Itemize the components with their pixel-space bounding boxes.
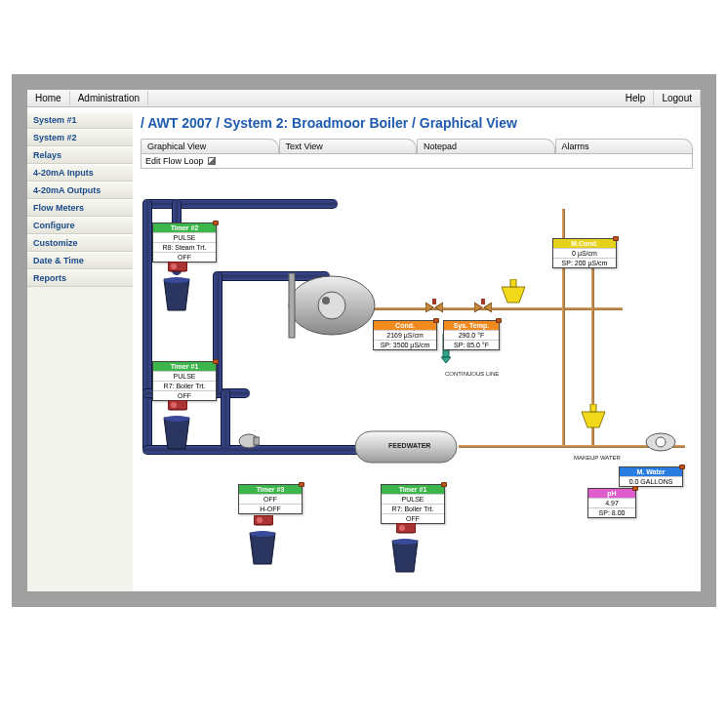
svg-point-2 [322, 297, 330, 304]
svg-marker-17 [484, 303, 492, 312]
continuous-line-label: CONTINUOUS LINE [445, 371, 499, 377]
tab-notepad[interactable]: Notepad [417, 139, 555, 153]
valve-icon [425, 299, 443, 316]
transfer-pump-icon [238, 433, 260, 449]
chemical-bucket-icon [248, 531, 277, 566]
svg-marker-8 [441, 357, 451, 363]
svg-point-30 [392, 539, 418, 545]
sidebar: System #1 System #2 Relays 4-20mA Inputs… [27, 111, 133, 591]
svg-rect-3 [289, 273, 295, 338]
mcond-readout[interactable]: M.Cond.0 µS/cmSP: 200 µS/cm [552, 238, 617, 268]
tab-text-view[interactable]: Text View [279, 139, 418, 153]
svg-rect-18 [481, 299, 485, 304]
timer1b-readout[interactable]: Timer #1PULSER7: Boiler Trt.OFF [381, 484, 445, 524]
svg-rect-15 [432, 299, 436, 304]
app-window: Home Administration Help Logout System #… [12, 74, 716, 607]
menu-help[interactable]: Help [618, 91, 655, 105]
cond-readout[interactable]: Cond.2169 µS/cmSP: 3500 µS/cm [373, 320, 437, 350]
sidebar-item-system2[interactable]: System #2 [27, 129, 133, 146]
flow-diagram: FEEDWATER CONTINUOUS LINE MAKEUP WATER T… [133, 176, 701, 591]
chemical-bucket-icon [162, 277, 191, 312]
timer1-readout[interactable]: Timer #1PULSER7: Boiler Trt.OFF [152, 361, 217, 401]
svg-point-20 [171, 263, 177, 269]
separator-icon [580, 404, 607, 431]
dosing-pump-icon [396, 523, 416, 537]
svg-marker-13 [425, 303, 433, 312]
sidebar-item-date-time[interactable]: Date & Time [27, 252, 133, 269]
valve-icon [474, 299, 492, 316]
menubar: Home Administration Help Logout [27, 90, 701, 107]
dosing-pump-icon [168, 400, 187, 414]
pipe [142, 199, 152, 453]
dosing-pump-icon [168, 262, 187, 275]
chemical-bucket-icon [162, 416, 191, 451]
pencil-icon [208, 157, 216, 165]
chemical-bucket-icon [390, 539, 420, 574]
svg-point-27 [250, 531, 275, 537]
content-area: / AWT 2007 / System 2: Broadmoor Boiler … [133, 111, 701, 591]
flow-meter-icon [644, 431, 677, 453]
sidebar-item-relays[interactable]: Relays [27, 146, 133, 164]
systemp-readout[interactable]: Sys. Temp.290.0 °FSP: 85.0 °F [443, 320, 500, 350]
sidebar-item-system1[interactable]: System #1 [27, 111, 133, 129]
menu-logout[interactable]: Logout [654, 91, 701, 105]
tab-alarms[interactable]: Alarms [555, 139, 694, 153]
svg-point-23 [171, 402, 177, 408]
timer2-readout[interactable]: Timer #2PULSER8: Steam Trt.OFF [152, 222, 217, 263]
svg-marker-14 [435, 303, 443, 312]
tab-graphical-view[interactable]: Graphical View [141, 139, 279, 153]
svg-rect-12 [254, 437, 260, 445]
sidebar-item-flow-meters[interactable]: Flow Meters [27, 199, 133, 217]
mwater-readout[interactable]: M. Water0.0 GALLONS [619, 466, 683, 487]
menu-home[interactable]: Home [27, 91, 70, 105]
breadcrumb: / AWT 2007 / System 2: Broadmoor Boiler … [133, 111, 701, 139]
sidebar-item-customize[interactable]: Customize [27, 234, 133, 252]
svg-rect-6 [590, 404, 596, 412]
svg-point-24 [164, 416, 189, 422]
dosing-pump-icon [254, 515, 273, 529]
makeup-water-label: MAKEUP WATER [574, 455, 621, 461]
menu-administration[interactable]: Administration [70, 91, 148, 105]
feedwater-label: FEEDWATER [388, 442, 430, 449]
separator-icon [500, 279, 527, 306]
pipe [221, 388, 230, 449]
edit-flow-loop-label: Edit Flow Loop [145, 156, 204, 166]
timer3-readout[interactable]: Timer #3OFFH-OFF [238, 484, 303, 514]
svg-point-1 [318, 292, 345, 319]
svg-point-29 [399, 525, 405, 531]
svg-rect-5 [510, 279, 516, 287]
pipe-copper [369, 307, 623, 310]
tabs: Graphical View Text View Notepad Alarms [141, 139, 693, 153]
edit-flow-loop-button[interactable]: Edit Flow Loop [141, 153, 693, 169]
sidebar-item-reports[interactable]: Reports [27, 269, 133, 287]
sidebar-item-configure[interactable]: Configure [27, 217, 133, 234]
svg-point-21 [164, 277, 189, 283]
ph-readout[interactable]: pH4.97SP: 8.00 [587, 488, 636, 518]
svg-marker-16 [474, 303, 482, 312]
sidebar-item-420ma-outputs[interactable]: 4-20mA Outputs [27, 182, 133, 199]
boiler-drum-icon [287, 263, 377, 347]
sidebar-item-420ma-inputs[interactable]: 4-20mA Inputs [27, 164, 133, 182]
svg-point-26 [257, 517, 263, 523]
svg-point-10 [656, 437, 666, 447]
